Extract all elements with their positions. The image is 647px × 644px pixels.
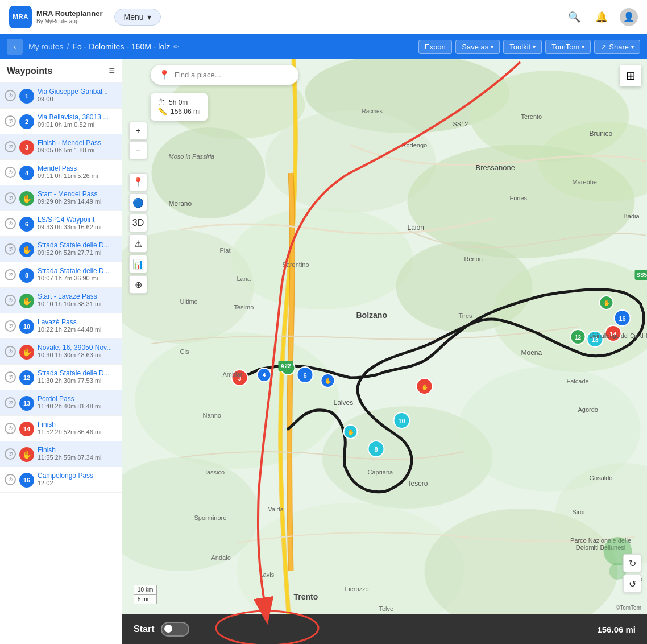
- share-button[interactable]: ↗ Share ▾: [594, 40, 640, 54]
- start-toggle[interactable]: [161, 622, 189, 637]
- waypoint-name: Strada Statale delle D...: [38, 369, 117, 377]
- waypoint-details: Start - Lavazè Pass10:10 1h 10m 38.31 mi: [38, 292, 117, 307]
- waypoint-item[interactable]: ⏱✋Novale, 16, 39050 Nov...10:30 1h 30m 4…: [0, 339, 122, 365]
- route-distance-row: 📏 156.06 mi: [157, 107, 201, 116]
- zoom-out-button[interactable]: −: [129, 141, 147, 159]
- waypoint-clock-icon: ⏱: [5, 243, 16, 255]
- waypoint-time-distance: 10:07 1h 7m 36.90 mi: [38, 275, 117, 282]
- tomtom-button[interactable]: TomTom ▾: [545, 40, 591, 54]
- start-button[interactable]: Start: [134, 624, 154, 634]
- waypoint-details: Finish11:55 2h 55m 87.34 mi: [38, 446, 117, 461]
- waypoint-details: Pordoi Pass11:40 2h 40m 81.48 mi: [38, 395, 117, 410]
- waypoint-item[interactable]: ⏱1Via Giuseppe Garibal...09:00: [0, 83, 122, 109]
- tomtom-caret-icon: ▾: [582, 44, 584, 50]
- waypoint-item[interactable]: ⏱✋Start - Lavazè Pass10:10 1h 10m 38.31 …: [0, 288, 122, 313]
- waypoint-clock-icon: ⏱: [5, 218, 16, 229]
- sidebar-header: Waypoints ≡: [0, 59, 122, 83]
- svg-text:Laion: Laion: [408, 224, 424, 232]
- waypoint-details: Via Bellavista, 38013 ...09:01 0h 1m 0.5…: [38, 113, 117, 128]
- waypoint-name: Start - Mendel Pass: [38, 190, 117, 198]
- waypoint-details: Lavazè Pass10:22 1h 22m 44.48 mi: [38, 318, 117, 333]
- waypoint-item[interactable]: ⏱4Mendel Pass09:11 0h 11m 5.26 mi: [0, 160, 122, 185]
- waypoint-item[interactable]: ⏱3Finish - Mendel Pass09:05 0h 5m 1.88 m…: [0, 134, 122, 160]
- svg-text:Lana: Lana: [237, 275, 251, 282]
- waypoint-clock-icon: ⏱: [5, 423, 16, 434]
- svg-text:Cis: Cis: [180, 348, 189, 355]
- bottom-bar: Start 156.06 mi: [122, 614, 647, 644]
- map-right-button-1[interactable]: ↻: [623, 554, 641, 572]
- map-zoom-right: ↻ ↺: [623, 554, 641, 593]
- waypoint-name: LS/SP14 Waypoint: [38, 216, 117, 224]
- svg-text:16: 16: [619, 315, 625, 322]
- svg-text:Funes: Funes: [510, 195, 528, 201]
- waypoint-item[interactable]: ⏱✋Start - Mendel Pass09:29 0h 29m 14.49 …: [0, 185, 122, 211]
- logo-title: MRA Routeplanner: [36, 9, 103, 18]
- map-search-input[interactable]: [175, 71, 291, 79]
- waypoint-item[interactable]: ⏱14Finish11:52 2h 52m 86.46 mi: [0, 416, 122, 441]
- svg-text:Lavis: Lavis: [260, 571, 275, 578]
- waypoint-clock-icon: ⏱: [5, 474, 16, 485]
- waypoint-number-badge: 1: [19, 89, 34, 104]
- back-button[interactable]: ‹: [7, 39, 23, 55]
- waypoint-item[interactable]: ⏱12Strada Statale delle D...11:30 2h 30m…: [0, 365, 122, 390]
- map-search-bar[interactable]: 📍: [151, 65, 298, 85]
- save-as-button[interactable]: Save as ▾: [455, 40, 500, 54]
- map-right-button-2[interactable]: ↺: [623, 575, 641, 593]
- export-button[interactable]: Export: [418, 40, 453, 54]
- waypoint-item[interactable]: ⏱13Pordoi Pass11:40 2h 40m 81.48 mi: [0, 390, 122, 416]
- waypoint-item[interactable]: ⏱✋Strada Statale delle D...09:52 0h 52m …: [0, 237, 122, 262]
- zoom-in-button[interactable]: +: [129, 122, 147, 140]
- logo-area: MRA MRA Routeplanner By MyRoute-app: [9, 6, 103, 28]
- svg-text:Sarentino: Sarentino: [283, 261, 309, 268]
- waypoint-name: Strada Statale delle D...: [38, 267, 117, 275]
- location-button[interactable]: 📍: [129, 173, 147, 191]
- bottom-distance: 156.06 mi: [597, 625, 636, 634]
- hamburger-menu-button[interactable]: ≡: [109, 65, 115, 77]
- svg-text:Bressanone: Bressanone: [476, 163, 515, 172]
- waypoint-number-badge: 14: [19, 422, 34, 436]
- waypoint-item[interactable]: ⏱6LS/SP14 Waypoint09:33 0h 33m 16.62 mi: [0, 211, 122, 237]
- svg-text:Badia: Badia: [624, 213, 640, 220]
- search-icon[interactable]: 🔍: [565, 8, 583, 26]
- chart-button[interactable]: 📊: [129, 255, 147, 273]
- toolkit-button[interactable]: Toolkit ▾: [503, 40, 542, 54]
- hazard-button[interactable]: ⚠: [129, 234, 147, 253]
- 3d-button[interactable]: 3D: [129, 214, 147, 232]
- waypoint-clock-icon: ⏱: [5, 115, 16, 127]
- waypoint-number-badge: ✋: [19, 345, 34, 360]
- waypoint-number-badge: ✋: [19, 191, 34, 206]
- waypoint-item[interactable]: ⏱✋Finish11:55 2h 55m 87.34 mi: [0, 441, 122, 467]
- waypoint-name: Pordoi Pass: [38, 395, 117, 403]
- waypoint-item[interactable]: ⏱8Strada Statale delle D...10:07 1h 7m 3…: [0, 262, 122, 288]
- waypoint-clock-icon: ⏱: [5, 90, 16, 101]
- waypoint-number-badge: ✋: [19, 447, 34, 462]
- svg-text:4: 4: [263, 372, 266, 378]
- waypoint-name: Lavazè Pass: [38, 318, 117, 326]
- waypoint-name: Finish: [38, 420, 117, 428]
- map-layers-button[interactable]: ⊞: [620, 65, 641, 86]
- breadcrumb-route-name: Fo - Dolomites - 160M - lolz: [72, 42, 170, 51]
- main-content: Waypoints ≡ ⏱1Via Giuseppe Garibal...09:…: [0, 59, 647, 644]
- svg-text:Bolzano: Bolzano: [356, 311, 387, 320]
- waypoint-number-badge: ✋: [19, 294, 34, 308]
- avatar[interactable]: 👤: [620, 8, 638, 26]
- waypoint-button[interactable]: 🔵: [129, 193, 147, 212]
- waypoint-item[interactable]: ⏱16Campolongo Pass12:02: [0, 467, 122, 493]
- svg-text:Terento: Terento: [521, 113, 542, 120]
- edit-route-name-icon[interactable]: ✏: [173, 43, 179, 51]
- waypoint-details: Finish - Mendel Pass09:05 0h 5m 1.88 mi: [38, 139, 117, 154]
- waypoint-item[interactable]: ⏱2Via Bellavista, 38013 ...09:01 0h 1m 0…: [0, 109, 122, 134]
- waypoint-time-distance: 09:05 0h 5m 1.88 mi: [38, 147, 117, 154]
- waypoint-name: Mendel Pass: [38, 164, 117, 172]
- svg-text:Tesero: Tesero: [408, 480, 428, 488]
- waypoint-time-distance: 11:30 2h 30m 77.53 mi: [38, 377, 117, 384]
- route-time-icon: ⏱: [157, 98, 165, 107]
- compass-button[interactable]: ⊕: [129, 275, 147, 294]
- share-icon: ↗: [600, 43, 607, 51]
- menu-button[interactable]: Menu ▾: [114, 9, 161, 26]
- nav-right: 🔍 🔔 👤: [565, 8, 638, 26]
- waypoint-item[interactable]: ⏱10Lavazè Pass10:22 1h 22m 44.48 mi: [0, 313, 122, 339]
- svg-text:Merano: Merano: [169, 200, 192, 208]
- breadcrumb-my-routes[interactable]: My routes: [28, 42, 63, 51]
- notification-icon[interactable]: 🔔: [592, 8, 611, 26]
